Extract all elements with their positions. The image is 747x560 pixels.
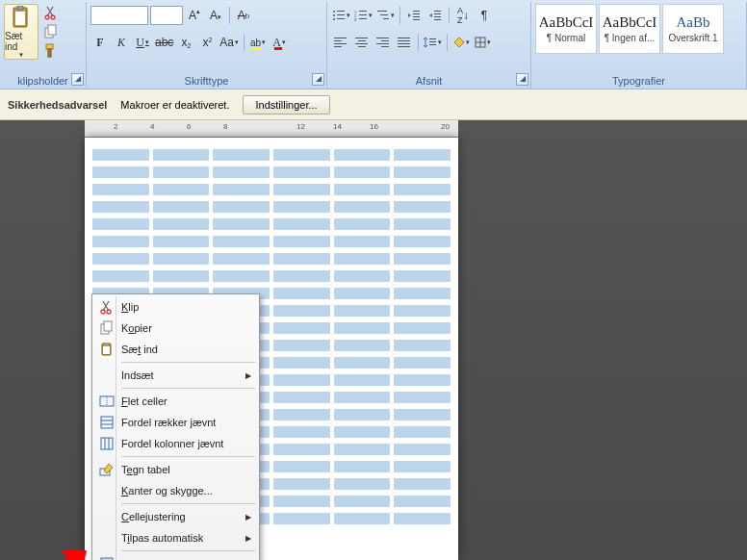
table-cell[interactable] <box>273 496 330 507</box>
justify-button[interactable] <box>395 33 414 52</box>
cut-button[interactable] <box>40 4 62 21</box>
table-cell[interactable] <box>213 149 270 161</box>
table-cell[interactable] <box>153 201 210 213</box>
table-cell[interactable] <box>213 218 270 230</box>
table-cell[interactable] <box>273 357 330 369</box>
table-cell[interactable] <box>394 322 451 334</box>
table-cell[interactable] <box>334 270 391 282</box>
menu-insert[interactable]: Indsæt▶ <box>94 365 257 386</box>
table-row[interactable] <box>90 149 452 166</box>
table-cell[interactable] <box>334 201 391 213</box>
table-cell[interactable] <box>153 149 210 161</box>
table-cell[interactable] <box>153 270 210 282</box>
table-row[interactable] <box>90 253 452 270</box>
table-cell[interactable] <box>273 340 330 351</box>
table-cell[interactable] <box>334 305 391 317</box>
table-row[interactable] <box>90 270 452 288</box>
table-cell[interactable] <box>394 166 451 178</box>
table-cell[interactable] <box>213 184 270 195</box>
table-cell[interactable] <box>153 253 210 265</box>
format-painter-button[interactable] <box>40 42 62 60</box>
table-cell[interactable] <box>334 496 391 507</box>
copy-button[interactable] <box>40 23 62 40</box>
table-row[interactable] <box>90 218 452 236</box>
table-cell[interactable] <box>153 184 210 195</box>
table-cell[interactable] <box>334 253 391 265</box>
table-cell[interactable] <box>273 426 330 438</box>
clear-format-button[interactable]: Ab <box>234 6 253 25</box>
table-cell[interactable] <box>334 218 391 230</box>
table-cell[interactable] <box>334 392 391 403</box>
font-size-combo[interactable] <box>150 6 183 25</box>
decrease-indent-button[interactable] <box>404 6 424 25</box>
table-cell[interactable] <box>334 322 391 334</box>
dialog-launcher-icon[interactable]: ◢ <box>312 73 324 86</box>
menu-cut[interactable]: Klip <box>94 296 257 318</box>
table-cell[interactable] <box>334 149 391 161</box>
highlight-button[interactable]: ab▾ <box>248 33 268 52</box>
table-cell[interactable] <box>273 236 330 247</box>
table-cell[interactable] <box>92 149 149 161</box>
table-cell[interactable] <box>273 444 330 455</box>
table-cell[interactable] <box>153 236 210 247</box>
menu-autofit[interactable]: Tilpas automatisk▶ <box>94 527 257 548</box>
table-cell[interactable] <box>213 166 270 178</box>
table-cell[interactable] <box>394 149 451 161</box>
horizontal-ruler[interactable]: 2 4 6 8 12 14 16 20 <box>85 120 458 138</box>
table-cell[interactable] <box>394 426 451 438</box>
align-right-button[interactable] <box>374 33 393 52</box>
table-cell[interactable] <box>92 201 149 213</box>
table-cell[interactable] <box>273 166 330 178</box>
table-cell[interactable] <box>394 236 451 247</box>
table-cell[interactable] <box>273 305 330 317</box>
table-cell[interactable] <box>334 184 391 195</box>
grow-font-button[interactable]: A▴ <box>185 6 204 25</box>
table-cell[interactable] <box>213 253 270 265</box>
menu-paste[interactable]: Sæt ind <box>94 339 257 360</box>
table-cell[interactable] <box>394 270 451 282</box>
dialog-launcher-icon[interactable]: ◢ <box>516 73 528 86</box>
italic-button[interactable]: K <box>112 33 131 52</box>
table-cell[interactable] <box>394 357 451 369</box>
table-cell[interactable] <box>273 374 330 386</box>
table-cell[interactable] <box>334 166 391 178</box>
table-cell[interactable] <box>273 149 330 161</box>
table-cell[interactable] <box>273 184 330 195</box>
table-cell[interactable] <box>334 288 391 299</box>
table-cell[interactable] <box>92 166 149 178</box>
security-options-button[interactable]: Indstillinger... <box>243 95 329 115</box>
menu-merge-cells[interactable]: Flet celler <box>94 391 257 412</box>
menu-borders-shading[interactable]: Kanter og skygge... <box>94 480 257 501</box>
font-face-combo[interactable] <box>90 6 148 25</box>
table-cell[interactable] <box>394 201 451 213</box>
table-row[interactable] <box>90 201 452 218</box>
show-marks-button[interactable]: ¶ <box>475 6 494 25</box>
table-cell[interactable] <box>273 288 330 299</box>
font-color-button[interactable]: A▾ <box>270 33 289 52</box>
style-heading1[interactable]: AaBbOverskrift 1 <box>662 4 724 54</box>
table-cell[interactable] <box>213 270 270 282</box>
table-cell[interactable] <box>273 478 330 490</box>
menu-copy[interactable]: Kopier <box>94 318 257 339</box>
numbering-button[interactable]: 123▾ <box>353 6 374 25</box>
superscript-button[interactable]: x2 <box>197 33 217 52</box>
bullets-button[interactable]: ▾ <box>331 6 351 25</box>
table-row[interactable] <box>90 184 452 201</box>
table-cell[interactable] <box>394 444 451 455</box>
table-cell[interactable] <box>394 288 451 299</box>
table-cell[interactable] <box>334 340 391 351</box>
sort-button[interactable]: AZ↓ <box>453 6 473 25</box>
table-cell[interactable] <box>273 409 330 420</box>
table-cell[interactable] <box>213 236 270 247</box>
bold-button[interactable]: F <box>90 33 110 52</box>
subscript-button[interactable]: x2 <box>176 33 195 52</box>
table-cell[interactable] <box>92 270 149 282</box>
style-normal[interactable]: AaBbCcI¶ Normal <box>535 4 597 54</box>
table-cell[interactable] <box>394 461 451 472</box>
table-cell[interactable] <box>334 444 391 455</box>
table-row[interactable] <box>90 166 452 184</box>
table-cell[interactable] <box>334 409 391 420</box>
table-cell[interactable] <box>273 201 330 213</box>
table-cell[interactable] <box>273 322 330 334</box>
dialog-launcher-icon[interactable]: ◢ <box>71 73 84 86</box>
